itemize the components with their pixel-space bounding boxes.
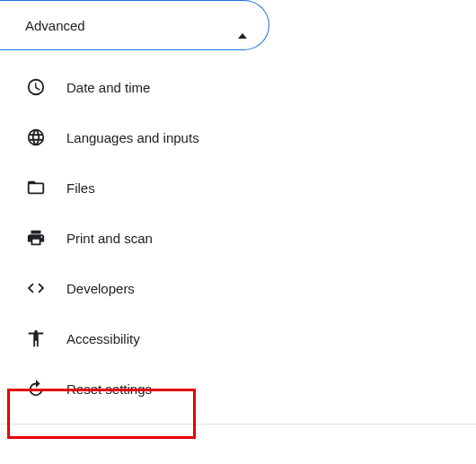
advanced-menu: Date and time Languages and inputs Files…: [0, 50, 476, 411]
advanced-section-toggle[interactable]: Advanced: [0, 0, 269, 50]
menu-item-label: Languages and inputs: [66, 130, 199, 145]
accessibility-icon: [25, 328, 47, 349]
menu-item-reset[interactable]: Reset settings: [0, 366, 476, 411]
advanced-label: Advanced: [25, 18, 85, 33]
menu-item-date-time[interactable]: Date and time: [0, 65, 476, 109]
menu-item-print-scan[interactable]: Print and scan: [0, 215, 476, 260]
chevron-up-icon: [238, 18, 247, 33]
menu-item-files[interactable]: Files: [0, 165, 476, 210]
globe-icon: [25, 127, 47, 148]
folder-icon: [25, 177, 47, 198]
menu-item-label: Accessibility: [66, 331, 140, 346]
menu-item-label: Reset settings: [66, 381, 152, 397]
menu-item-languages[interactable]: Languages and inputs: [0, 115, 476, 160]
printer-icon: [25, 227, 47, 249]
reset-icon: [25, 378, 47, 399]
menu-item-developers[interactable]: Developers: [0, 266, 476, 311]
menu-item-label: Developers: [66, 281, 135, 296]
menu-item-label: Date and time: [66, 80, 150, 95]
clock-icon: [25, 76, 47, 98]
menu-item-label: Files: [66, 180, 95, 196]
menu-item-accessibility[interactable]: Accessibility: [0, 316, 476, 361]
divider: [0, 424, 476, 425]
code-icon: [25, 277, 47, 299]
menu-item-label: Print and scan: [66, 231, 153, 246]
